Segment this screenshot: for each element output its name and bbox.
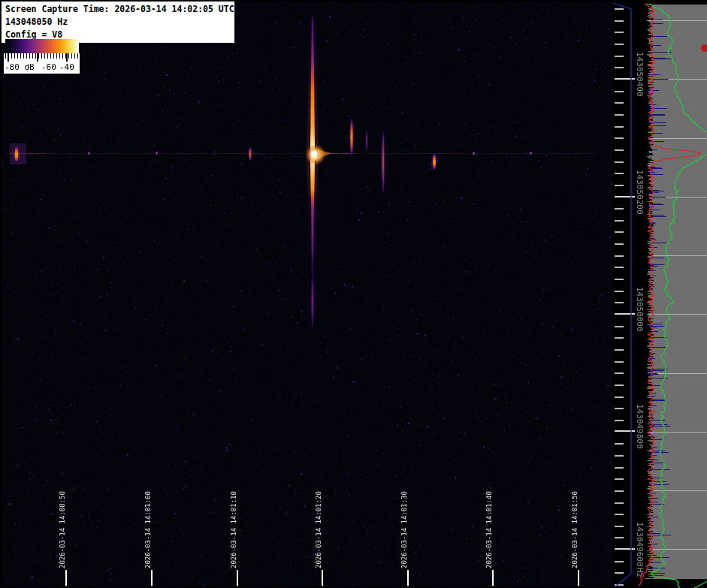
- freq-label: 143049600: [635, 522, 645, 567]
- colorbar-labels: -80 dB -60 -40: [4, 62, 80, 73]
- colorbar-tick: [66, 53, 68, 62]
- capture-info-box: Screen Capture Time: 2026-03-14 14:02:05…: [2, 2, 234, 43]
- freq-unit-label: Hz: [635, 568, 645, 577]
- time-label: 2026-03-14 14:00:50: [59, 491, 66, 568]
- colorbar-label-max: -40: [59, 62, 74, 72]
- freq-label: 143049800: [635, 404, 645, 449]
- time-label: 2026-03-14 14:01:00: [144, 491, 152, 568]
- time-label: 2026-03-14 14:01:40: [485, 491, 493, 568]
- time-label: 2026-03-14 14:01:30: [400, 491, 408, 568]
- spectrogram-canvas: [0, 0, 707, 588]
- colorbar-gradient: [5, 39, 79, 53]
- time-label: 2026-03-14 14:01:10: [230, 491, 237, 568]
- time-label: 2026-03-14 14:01:20: [315, 491, 322, 568]
- colorbar-scale-box: -80 dB -60 -40: [4, 53, 80, 74]
- freq-label: 143050400: [635, 52, 645, 97]
- spectrogram-screen: Screen Capture Time: 2026-03-14 14:02:05…: [0, 0, 707, 588]
- colorbar-label-min: -80 dB: [5, 62, 35, 72]
- freq-label: 143050000: [635, 287, 645, 332]
- colorbar-tick: [8, 53, 9, 62]
- freq-label: 143050200: [635, 170, 645, 215]
- base-frequency-line: 143048050 Hz: [5, 16, 231, 29]
- time-label: 2026-03-14 14:01:50: [571, 491, 579, 568]
- colorbar-tick: [37, 53, 38, 62]
- capture-time-line: Screen Capture Time: 2026-03-14 14:02:05…: [5, 3, 231, 16]
- colorbar-label-mid: -60: [41, 62, 56, 72]
